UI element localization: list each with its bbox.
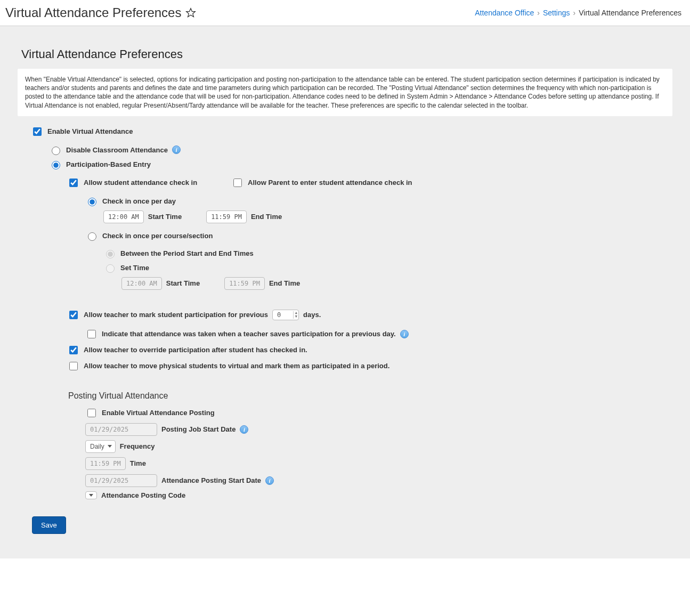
info-icon[interactable]: i — [400, 330, 409, 338]
between-period-label: Between the Period Start and End Times — [120, 249, 254, 257]
enable-virtual-label: Enable Virtual Attendance — [47, 127, 133, 135]
posting-time-input[interactable]: 11:59 PM — [85, 457, 126, 470]
chevron-down-icon — [108, 445, 112, 448]
participation-based-radio[interactable] — [52, 161, 60, 169]
allow-move-label: Allow teacher to move physical students … — [84, 362, 389, 370]
checkin-once-course-radio[interactable] — [88, 232, 96, 241]
frequency-label: Frequency — [120, 442, 155, 450]
panel-title: Virtual Attendance Preferences — [16, 42, 674, 69]
allow-student-checkin-label: Allow student attendance check in — [84, 179, 197, 187]
previous-days-value: 0 — [277, 311, 281, 319]
start-time-label-2: Start Time — [166, 279, 200, 287]
allow-override-label: Allow teacher to override participation … — [84, 346, 307, 354]
set-end-time-input: 11:59 PM — [224, 277, 265, 290]
checkin-once-day-radio[interactable] — [88, 198, 96, 206]
indicate-taken-checkbox[interactable] — [87, 330, 96, 338]
set-time-label: Set Time — [120, 264, 149, 272]
checkin-once-course-label: Check in once per course/section — [102, 232, 213, 240]
info-icon[interactable]: i — [240, 425, 248, 434]
info-icon[interactable]: i — [265, 476, 274, 485]
indicate-taken-label: Indicate that attendance was taken when … — [102, 330, 396, 338]
allow-override-checkbox[interactable] — [69, 346, 78, 354]
page-title-text: Virtual Attendance Preferences — [5, 5, 181, 20]
breadcrumb-current: Virtual Attendance Preferences — [579, 9, 681, 17]
attendance-posting-code-select[interactable] — [85, 491, 97, 499]
breadcrumb-link-settings[interactable]: Settings — [543, 9, 570, 17]
between-period-radio — [106, 250, 115, 258]
day-start-time-input[interactable]: 12:00 AM — [103, 210, 144, 223]
attendance-posting-start-date-input[interactable]: 01/29/2025 — [85, 474, 157, 487]
svg-marker-0 — [186, 9, 196, 17]
posting-job-start-date-label: Posting Job Start Date — [161, 425, 236, 433]
disable-classroom-label: Disable Classroom Attendance — [66, 146, 168, 154]
allow-parent-checkin-label: Allow Parent to enter student attendance… — [248, 179, 412, 187]
frequency-value: Daily — [90, 443, 104, 450]
attendance-posting-code-label: Attendance Posting Code — [101, 491, 185, 499]
breadcrumb-link-attendance-office[interactable]: Attendance Office — [475, 9, 534, 17]
allow-teacher-mark-prev-checkbox[interactable] — [69, 311, 78, 319]
participation-based-label: Participation-Based Entry — [66, 160, 151, 168]
end-time-label-2: End Time — [269, 279, 300, 287]
posting-job-start-date-input[interactable]: 01/29/2025 — [85, 423, 157, 436]
info-icon[interactable]: i — [172, 145, 181, 154]
chevron-right-icon: › — [537, 9, 540, 17]
allow-teacher-mark-prev-label-pre: Allow teacher to mark student participat… — [84, 311, 268, 319]
favorite-star-icon[interactable] — [185, 7, 196, 18]
stepper-arrows-icon[interactable]: ▲▼ — [293, 311, 297, 319]
day-end-time-input[interactable]: 11:59 PM — [206, 210, 247, 223]
page-title: Virtual Attendance Preferences — [5, 5, 196, 20]
posting-time-label: Time — [130, 459, 146, 467]
chevron-down-icon — [89, 494, 93, 497]
posting-section-heading: Posting Virtual Attendance — [68, 391, 668, 401]
chevron-right-icon: › — [573, 9, 576, 17]
allow-move-checkbox[interactable] — [69, 362, 78, 370]
set-time-radio — [106, 264, 115, 273]
set-start-time-input: 12:00 AM — [121, 277, 162, 290]
disable-classroom-radio[interactable] — [52, 147, 60, 155]
enable-posting-label: Enable Virtual Attendance Posting — [102, 409, 215, 417]
previous-days-stepper[interactable]: 0 ▲▼ — [272, 310, 299, 320]
panel-description: When "Enable Virtual Attendance" is sele… — [18, 69, 672, 116]
start-time-label: Start Time — [148, 213, 182, 221]
attendance-posting-start-date-label: Attendance Posting Start Date — [161, 476, 261, 484]
allow-parent-checkin-checkbox[interactable] — [233, 179, 242, 187]
checkin-once-day-label: Check in once per day — [102, 197, 176, 205]
enable-posting-checkbox[interactable] — [87, 409, 96, 417]
allow-teacher-mark-prev-label-post: days. — [303, 311, 321, 319]
frequency-select[interactable]: Daily — [85, 440, 116, 453]
allow-student-checkin-checkbox[interactable] — [69, 179, 78, 187]
save-button[interactable]: Save — [32, 516, 66, 534]
breadcrumb: Attendance Office › Settings › Virtual A… — [475, 9, 681, 17]
end-time-label: End Time — [251, 213, 282, 221]
enable-virtual-checkbox[interactable] — [33, 127, 42, 136]
